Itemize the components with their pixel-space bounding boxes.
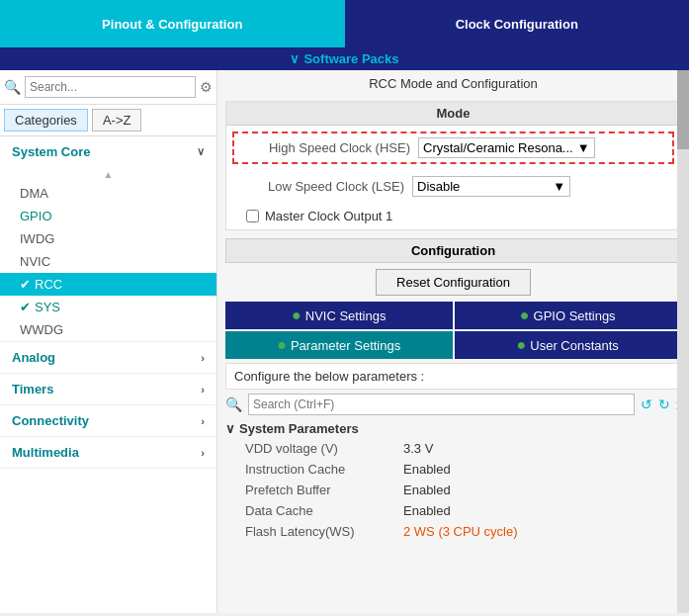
sidebar: 🔍 ⚙ Categories A->Z System Core ∨ ▲ DMA … (0, 70, 217, 613)
params-search-bar: 🔍 ↺ ↻ ℹ (225, 394, 681, 415)
param-row: Instruction Cache Enabled (225, 459, 681, 480)
tab-az[interactable]: A->Z (92, 109, 142, 132)
mode-title: Mode (226, 102, 680, 126)
connectivity-header[interactable]: Connectivity › (0, 405, 216, 436)
chevron-icon: › (201, 352, 205, 364)
content-area: RCC Mode and Configuration Mode High Spe… (217, 70, 689, 613)
category-tabs: Categories A->Z (0, 105, 216, 136)
search-icon[interactable]: 🔍 (225, 396, 242, 412)
param-value: Enabled (403, 503, 451, 518)
tab-gpio-settings[interactable]: ● GPIO Settings (455, 302, 682, 329)
refresh-icon[interactable]: ↺ (641, 396, 652, 412)
group-multimedia: Multimedia › (0, 437, 216, 469)
chevron-icon: ∨ (197, 145, 205, 158)
system-core-items: DMA GPIO IWDG NVIC ✔RCC ✔SYS WWDG (0, 182, 216, 341)
scroll-up-indicator: ▲ (0, 167, 216, 182)
master-clock-row: Master Clock Output 1 (226, 203, 680, 229)
tab-user-constants[interactable]: ● User Constants (455, 331, 682, 359)
tab-parameter-settings[interactable]: ● Parameter Settings (225, 331, 453, 359)
forward-icon[interactable]: ↻ (658, 396, 670, 412)
configure-bar: Configure the below parameters : (225, 363, 681, 390)
lse-row: Low Speed Clock (LSE) Disable ▼ (226, 170, 680, 203)
dropdown-arrow-icon: ▼ (553, 179, 565, 194)
sidebar-item-iwdg[interactable]: IWDG (0, 227, 216, 250)
param-name: Flash Latency(WS) (245, 524, 403, 539)
param-value: 3.3 V (403, 441, 433, 456)
dropdown-arrow-icon: ▼ (577, 140, 590, 155)
settings-tabs: ● NVIC Settings ● GPIO Settings ● Parame… (225, 302, 681, 359)
hse-row: High Speed Clock (HSE) Crystal/Ceramic R… (232, 132, 674, 164)
status-dot-icon: ● (520, 307, 530, 324)
param-row: Data Cache Enabled (225, 500, 681, 521)
param-value: 2 WS (3 CPU cycle) (403, 524, 518, 539)
tab-categories[interactable]: Categories (4, 109, 88, 132)
chevron-icon: › (201, 447, 205, 459)
group-timers: Timers › (0, 374, 216, 405)
tab-nvic-settings[interactable]: ● NVIC Settings (225, 302, 453, 329)
lse-select[interactable]: Disable ▼ (412, 176, 570, 197)
param-name: Data Cache (245, 503, 403, 518)
sidebar-item-dma[interactable]: DMA (0, 182, 216, 205)
rcc-section-title: RCC Mode and Configuration (217, 70, 689, 97)
sidebar-item-nvic[interactable]: NVIC (0, 250, 216, 273)
param-row: VDD voltage (V) 3.3 V (225, 438, 681, 459)
analog-header[interactable]: Analog › (0, 342, 216, 373)
param-name: Instruction Cache (245, 462, 403, 477)
param-row: Prefetch Buffer Enabled (225, 480, 681, 500)
search-bar: 🔍 ⚙ (0, 70, 216, 105)
reset-config-button[interactable]: Reset Configuration (376, 269, 531, 296)
tab-pinout[interactable]: Pinout & Configuration (0, 0, 345, 47)
check-icon: ✔ (20, 277, 31, 292)
search-icon[interactable]: 🔍 (4, 79, 21, 95)
tab-clock[interactable]: Clock Configuration (345, 0, 690, 47)
param-name: Prefetch Buffer (245, 483, 403, 497)
sidebar-item-rcc[interactable]: ✔RCC (0, 273, 216, 296)
config-title: Configuration (225, 238, 681, 263)
master-clock-checkbox[interactable] (246, 210, 259, 222)
system-parameters-section: ∨ System Parameters VDD voltage (V) 3.3 … (225, 419, 681, 542)
lse-label: Low Speed Clock (LSE) (236, 179, 404, 194)
gear-icon[interactable]: ⚙ (200, 79, 213, 95)
status-dot-icon: ● (277, 336, 287, 354)
param-row: Flash Latency(WS) 2 WS (3 CPU cycle) (225, 521, 681, 542)
group-connectivity: Connectivity › (0, 405, 216, 437)
sys-params-header[interactable]: ∨ System Parameters (225, 419, 681, 438)
hse-select[interactable]: Crystal/Ceramic Resona... ▼ (418, 137, 595, 158)
hse-label: High Speed Clock (HSE) (242, 140, 410, 155)
timers-header[interactable]: Timers › (0, 374, 216, 404)
params-search-input[interactable] (248, 394, 635, 415)
scrollbar-track[interactable] (677, 70, 689, 613)
sidebar-item-sys[interactable]: ✔SYS (0, 296, 216, 318)
sidebar-item-wwdg[interactable]: WWDG (0, 318, 216, 341)
chevron-icon: › (201, 384, 205, 396)
chevron-icon: › (201, 415, 205, 427)
param-rows: VDD voltage (V) 3.3 V Instruction Cache … (225, 438, 681, 542)
master-clock-label: Master Clock Output 1 (265, 209, 392, 223)
search-input[interactable] (25, 76, 196, 98)
multimedia-header[interactable]: Multimedia › (0, 437, 216, 468)
software-packs-label: Software Packs (303, 51, 398, 66)
status-dot-icon: ● (517, 336, 527, 354)
param-name: VDD voltage (V) (245, 441, 403, 456)
param-value: Enabled (403, 462, 451, 477)
sidebar-item-gpio[interactable]: GPIO (0, 205, 216, 227)
status-dot-icon: ● (292, 307, 301, 324)
check-icon: ✔ (20, 300, 31, 314)
mode-box: Mode High Speed Clock (HSE) Crystal/Cera… (225, 101, 681, 230)
system-core-header[interactable]: System Core ∨ (0, 136, 216, 167)
software-packs-bar[interactable]: ∨ Software Packs (0, 47, 689, 70)
chevron-down-icon: ∨ (290, 51, 300, 66)
scrollbar-thumb[interactable] (677, 70, 689, 149)
chevron-down-icon: ∨ (225, 421, 235, 436)
group-analog: Analog › (0, 342, 216, 374)
group-system-core: System Core ∨ ▲ DMA GPIO IWDG NVIC ✔RCC … (0, 136, 216, 342)
param-value: Enabled (403, 483, 451, 497)
